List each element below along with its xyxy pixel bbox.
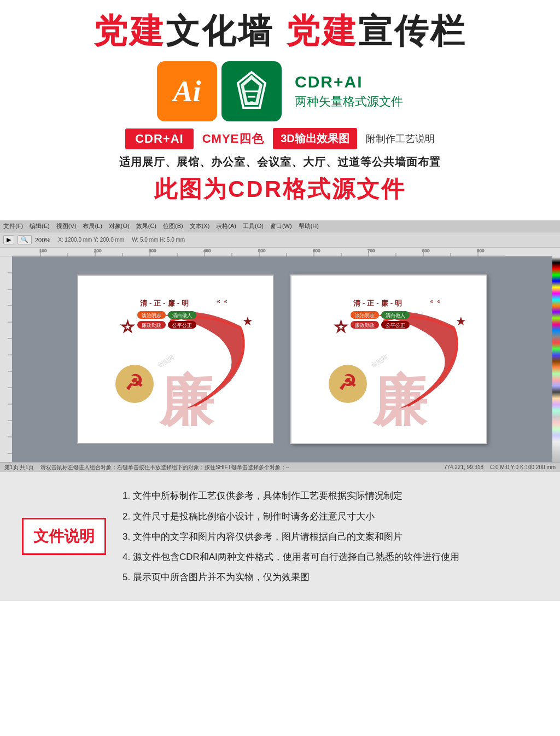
svg-text:600: 600: [313, 248, 320, 253]
svg-text:廉政勤政: 廉政勤政: [142, 323, 161, 328]
top-section: 党建文化墙 党建宣传栏 Ai CDR+AI 两种矢量格式源: [0, 0, 560, 220]
format-line1: CDR+AI: [295, 73, 403, 91]
svg-text:☭: ☭: [125, 371, 143, 394]
icons-row: Ai CDR+AI 两种矢量格式源文件: [22, 61, 538, 121]
toolbar-zoom-value: 200%: [35, 237, 50, 243]
status-page-info: 第1页 共1页: [4, 464, 34, 471]
ai-text-label: Ai: [173, 74, 201, 108]
badge-cmye: CMYE四色: [202, 131, 265, 147]
menu-help[interactable]: 帮助(H): [299, 222, 319, 230]
file-note-2: 2. 文件尺寸是投稿比例缩小设计，制作时请务必注意尺寸大小: [122, 509, 538, 524]
svg-text:淡泊明志: 淡泊明志: [142, 313, 161, 318]
status-coords: 774.221, 99.318: [444, 464, 483, 470]
title-red-2: 党建: [286, 12, 358, 50]
svg-text:★: ★: [242, 314, 253, 328]
svg-text:☭: ☭: [338, 371, 357, 394]
canvas-area: 清-正-廉-明 « « ☆ ★ 淡泊明志 清白做人 廉政勤政 公: [12, 256, 552, 462]
svg-rect-35: [0, 256, 12, 471]
file-note-3: 3. 文件中的文字和图片内容仅供参考，图片请根据自己的文案和图片: [122, 529, 538, 544]
menu-view[interactable]: 视图(V): [56, 222, 77, 230]
ruler-h-svg: 100 200 300 400 500 600 700 800 900: [13, 248, 505, 256]
menu-table[interactable]: 表格(A): [216, 222, 236, 230]
file-description-label: 文件说明: [22, 518, 106, 555]
title-red-1: 党建: [94, 12, 166, 50]
design-card-content-2: 清-正-廉-明 « « ☆ ★ 淡泊明志 清白做人 廉政勤政 公: [291, 276, 486, 443]
svg-text:200: 200: [94, 248, 102, 253]
svg-text:廉: 廉: [159, 370, 215, 431]
format-text-block: CDR+AI 两种矢量格式源文件: [295, 73, 403, 110]
cdr-svg-icon: [230, 69, 273, 113]
menu-file[interactable]: 文件(F): [3, 222, 23, 230]
subtitle-text: 适用展厅、展馆、办公室、会议室、大厅、过道等公共墙面布置: [22, 155, 538, 170]
svg-text:廉: 廉: [372, 370, 428, 431]
svg-text:清白做人: 清白做人: [386, 313, 405, 318]
artwork-svg-1: 清-正-廉-明 « « ☆ ★ 淡泊明志 清白做人 廉政勤政 公: [88, 283, 263, 436]
svg-text:清-正-廉-明: 清-正-廉-明: [353, 299, 404, 307]
main-title: 党建文化墙 党建宣传栏: [22, 11, 538, 51]
ruler-horizontal: 100 200 300 400 500 600 700 800 900: [0, 248, 560, 256]
editor-top-bar: ▶ 🔍 200% X: 1200.0 mm Y: 200.0 mm W: 5.0…: [0, 232, 560, 248]
ruler-vertical: [0, 256, 12, 472]
ai-icon-inner: Ai: [160, 65, 214, 118]
menu-bitmap[interactable]: 位图(B): [163, 222, 183, 230]
svg-text:500: 500: [258, 248, 266, 253]
editor-toolbar[interactable]: 文件(F) 编辑(E) 视图(V) 布局(L) 对象(O) 效果(C) 位图(B…: [0, 220, 560, 232]
status-color-info: C:0 M:0 Y:0 K:100 200 mm: [490, 464, 556, 470]
svg-text:清-正-廉-明: 清-正-廉-明: [140, 299, 191, 307]
svg-text:公平公正: 公平公正: [172, 323, 192, 328]
svg-text:«: «: [430, 297, 434, 305]
svg-text:900: 900: [477, 248, 485, 253]
tool-btn-zoom[interactable]: 🔍: [18, 235, 32, 244]
toolbar-size: W: 5.0 mm H: 5.0 mm: [132, 237, 185, 243]
svg-text:700: 700: [368, 248, 375, 253]
svg-text:300: 300: [149, 248, 156, 253]
svg-text:廉政勤政: 廉政勤政: [355, 323, 375, 328]
badges-row: CDR+AI CMYE四色 3D输出效果图 附制作工艺说明: [22, 128, 538, 149]
file-note-1: 1. 文件中所标制作工艺仅供参考，具体制作工艺要根据实际情况制定: [122, 488, 538, 503]
tool-btn-select[interactable]: ▶: [3, 235, 14, 244]
svg-text:☆: ☆: [121, 318, 135, 335]
status-main-text: 请双击鼠标左键进入组合对象；右键单击按住不放选择组下的对象；按住SHIFT键单击…: [40, 464, 438, 471]
editor-section: 文件(F) 编辑(E) 视图(V) 布局(L) 对象(O) 效果(C) 位图(B…: [0, 220, 560, 472]
badge-cdr-ai: CDR+AI: [125, 128, 194, 149]
file-note-5: 5. 展示页中所含图片并不为实物，仅为效果图: [122, 570, 538, 585]
svg-text:800: 800: [422, 248, 430, 253]
title-mid-2: 宣传栏: [358, 12, 466, 50]
svg-text:公平公正: 公平公正: [386, 323, 405, 328]
svg-text:«: «: [437, 297, 441, 305]
ai-icon: Ai: [157, 61, 217, 121]
svg-text:«: «: [217, 297, 220, 305]
menu-window[interactable]: 窗口(W): [270, 222, 292, 230]
svg-text:400: 400: [203, 248, 211, 253]
design-card-2: 清-正-廉-明 « « ☆ ★ 淡泊明志 清白做人 廉政勤政 公: [290, 274, 487, 444]
badge-3d: 3D输出效果图: [273, 128, 357, 149]
badge-note: 附制作工艺说明: [366, 132, 435, 145]
svg-text:★: ★: [456, 314, 466, 328]
menu-layout[interactable]: 布局(L): [83, 222, 102, 230]
menu-tools[interactable]: 工具(O): [243, 222, 264, 230]
svg-text:☆: ☆: [334, 318, 348, 335]
editor-status-bar: 第1页 共1页 请双击鼠标左键进入组合对象；右键单击按住不放选择组下的对象；按住…: [0, 462, 560, 472]
svg-text:100: 100: [39, 248, 47, 253]
menu-effects[interactable]: 效果(C): [136, 222, 156, 230]
svg-text:淡泊明志: 淡泊明志: [355, 313, 375, 318]
svg-text:«: «: [224, 297, 228, 305]
ruler-v-svg: [0, 256, 12, 471]
menu-object[interactable]: 对象(O): [109, 222, 130, 230]
design-card-content-1: 清-正-廉-明 « « ☆ ★ 淡泊明志 清白做人 廉政勤政 公: [78, 276, 273, 443]
bottom-section: 文件说明 1. 文件中所标制作工艺仅供参考，具体制作工艺要根据实际情况制定 2.…: [0, 472, 560, 601]
color-panel[interactable]: [552, 256, 560, 462]
svg-text:创图网: 创图网: [156, 354, 176, 369]
cdr-icon: [221, 61, 282, 121]
svg-text:清白做人: 清白做人: [172, 313, 192, 318]
title-mid-1: 文化墙: [166, 12, 285, 50]
menu-edit[interactable]: 编辑(E): [30, 222, 50, 230]
cdr-source-title: 此图为CDR格式源文件: [22, 174, 538, 205]
svg-text:创图网: 创图网: [370, 354, 389, 369]
artwork-svg-2: 清-正-廉-明 « « ☆ ★ 淡泊明志 清白做人 廉政勤政 公: [301, 283, 476, 436]
format-line2: 两种矢量格式源文件: [295, 94, 403, 110]
design-card-1: 清-正-廉-明 « « ☆ ★ 淡泊明志 清白做人 廉政勤政 公: [77, 274, 274, 444]
toolbar-coords: X: 1200.0 mm Y: 200.0 mm: [58, 237, 124, 243]
menu-text[interactable]: 文本(X): [190, 222, 210, 230]
file-note-4: 4. 源文件包含CDR和AI两种文件格式，使用者可自行选择自己熟悉的软件进行使用: [122, 550, 538, 564]
